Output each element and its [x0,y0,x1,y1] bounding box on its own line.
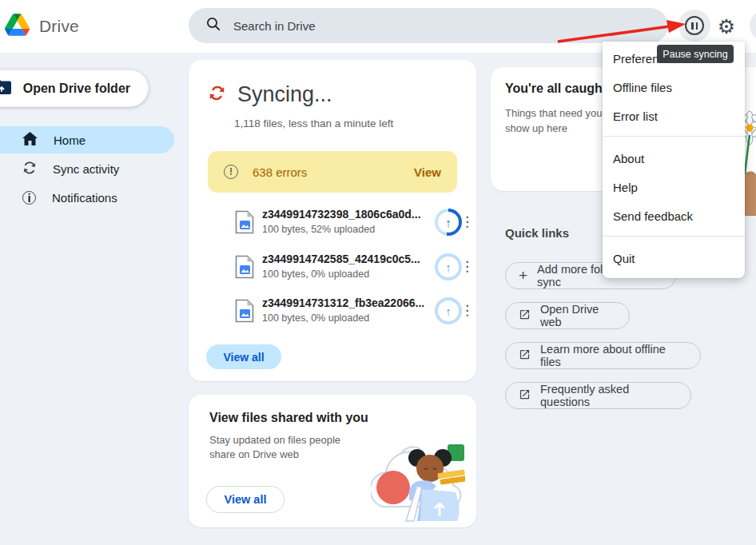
avatar[interactable] [750,10,756,41]
plus-icon: + [519,268,527,283]
image-file-icon [235,210,254,237]
file-row[interactable]: z3449914731312_fb3ea22066... 100 bytes, … [208,296,457,328]
menu-item-help[interactable]: Help [603,173,745,201]
file-name: z3449914731312_fb3ea22066... [262,296,424,309]
error-view-link[interactable]: View [414,165,441,179]
search-icon [206,17,221,34]
menu-item-about[interactable]: About [603,144,745,173]
file-name: z3449914732398_1806c6a0d... [262,208,421,221]
folder-upload-icon [0,78,12,98]
upload-arrow-icon: ↑ [445,217,452,229]
error-count: 638 errors [253,165,307,179]
open-drive-folder-label: Open Drive folder [23,82,130,96]
pause-syncing-button[interactable] [678,10,710,42]
shared-card-title: View files shared with you [209,411,368,425]
external-link-icon [519,388,531,403]
file-detail: 100 bytes, 52% uploaded [262,224,375,235]
quick-links-heading: Quick links [505,226,569,240]
sidebar-item-sync-activity[interactable]: Sync activity [0,155,174,182]
menu-divider [603,136,745,137]
sidebar-item-label: Notifications [52,191,117,205]
upload-arrow-icon: ↑ [445,261,452,273]
home-icon [22,132,38,148]
file-more-menu[interactable]: ⋮ [460,215,472,229]
file-row[interactable]: z3449914742585_42419c0c5... 100 bytes, 0… [208,252,457,284]
menu-item-quit[interactable]: Quit [603,244,745,272]
search-input[interactable]: Search in Drive [189,8,668,43]
file-detail: 100 bytes, 0% uploaded [262,269,369,280]
shared-files-card: View files shared with you Stay updated … [189,395,476,527]
image-file-icon [235,299,254,326]
shared-files-illustration [371,427,465,527]
settings-dropdown-menu: Preferences Offline files Error list Abo… [603,42,745,278]
external-link-icon [519,348,531,363]
menu-item-error-list[interactable]: Error list [603,101,745,130]
sync-icon [208,84,226,105]
file-detail: 100 bytes, 0% uploaded [262,312,369,324]
search-placeholder: Search in Drive [233,19,316,33]
offline-files-help-button[interactable]: Learn more about offline files [505,342,701,369]
pause-icon [685,16,704,35]
app-title: Drive [39,17,79,36]
drive-logo-icon [5,14,30,39]
image-file-icon [235,255,254,282]
sidebar-item-notifications[interactable]: i Notifications [0,184,174,211]
info-icon: i [22,191,36,205]
upload-progress-circle: ↑ [435,297,462,324]
shared-card-body: Stay updated on files people share on Dr… [209,433,340,462]
sync-activity-icon [22,161,37,177]
open-drive-web-button[interactable]: Open Drive web [505,302,630,329]
upload-progress-circle: ↑ [435,253,462,280]
menu-divider [603,236,745,237]
pause-syncing-tooltip: Pause syncing [657,45,734,63]
warning-icon: ! [224,165,238,179]
drive-logo: Drive [5,14,79,39]
view-all-syncing-button[interactable]: View all [206,344,281,369]
upload-progress-circle: ↑ [435,209,462,236]
sidebar-item-home[interactable]: Home [0,126,174,153]
error-banner[interactable]: ! 638 errors View [208,151,457,193]
gear-icon: ⚙ [718,15,735,38]
sync-subtitle: 1,118 files, less than a minute left [234,117,393,129]
faq-button[interactable]: Frequently asked questions [505,382,691,409]
sidebar-item-label: Sync activity [53,162,119,176]
quick-link-label: Open Drive web [540,303,616,328]
menu-item-send-feedback[interactable]: Send feedback [603,201,745,230]
upload-arrow-icon: ↑ [445,305,452,317]
view-all-shared-button[interactable]: View all [206,486,284,513]
sync-status-card: Syncing... 1,118 files, less than a minu… [189,60,476,381]
menu-item-offline-files[interactable]: Offline files [603,73,745,101]
file-more-menu[interactable]: ⋮ [460,304,472,317]
settings-button[interactable]: ⚙ [710,10,742,42]
sync-title: Syncing... [237,82,332,107]
quick-link-label: Learn more about offline files [540,343,687,368]
file-row[interactable]: z3449914732398_1806c6a0d... 100 bytes, 5… [208,207,457,239]
sidebar-item-label: Home [54,133,86,147]
file-name: z3449914742585_42419c0c5... [262,253,420,265]
file-more-menu[interactable]: ⋮ [460,260,472,273]
quick-link-label: Frequently asked questions [540,383,678,408]
external-link-icon [519,308,531,323]
open-drive-folder-button[interactable]: Open Drive folder [0,70,149,107]
